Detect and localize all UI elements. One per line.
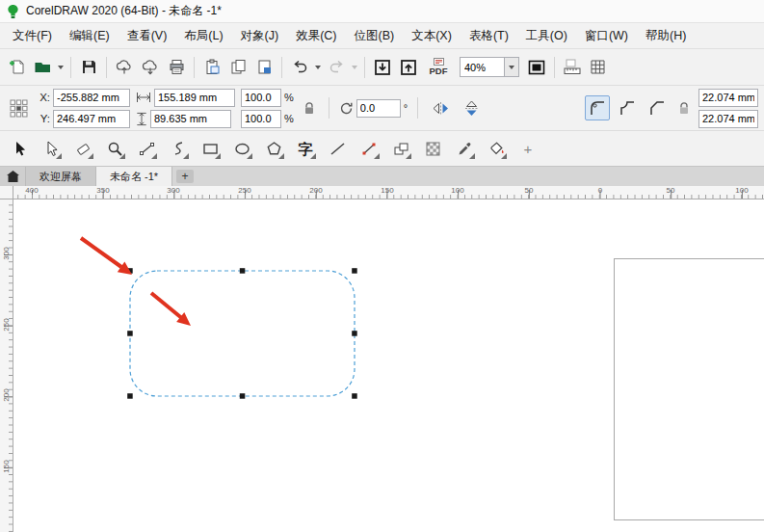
polygon-tool[interactable] [262, 137, 285, 160]
new-tab-button[interactable]: + [176, 170, 194, 183]
menu-effects[interactable]: 效果(C) [287, 24, 345, 48]
object-height-field[interactable] [150, 110, 231, 128]
paste-button[interactable] [199, 55, 224, 80]
drawing-canvas[interactable] [13, 200, 764, 532]
menu-window[interactable]: 窗口(W) [576, 24, 637, 48]
copy-button[interactable] [225, 55, 250, 80]
titlebar: CorelDRAW 2020 (64-Bit) - 未命名 -1* [0, 0, 764, 23]
x-label: X: [37, 92, 50, 103]
corner-radius-bottom-field[interactable] [698, 110, 758, 128]
menu-text[interactable]: 文本(X) [403, 24, 461, 48]
selection-handle[interactable] [240, 393, 246, 399]
undo-icon [292, 59, 308, 75]
open-from-cloud-button[interactable] [138, 55, 163, 80]
zoom-tool[interactable] [103, 137, 126, 160]
ruler-label: 150 [381, 186, 393, 195]
open-document-button[interactable] [30, 55, 55, 80]
zoom-dropdown-button[interactable] [504, 57, 519, 77]
y-position-field[interactable] [53, 110, 130, 128]
show-grid-button[interactable] [586, 55, 611, 80]
vertical-ruler[interactable]: 300 250 200 150 [0, 200, 13, 532]
publish-to-pdf-button[interactable]: PDF [422, 55, 455, 80]
size-fields [136, 89, 235, 128]
tab-welcome-screen[interactable]: 欢迎屏幕 [26, 167, 96, 186]
rotation-icon [339, 101, 354, 116]
selection-handle[interactable] [240, 268, 246, 274]
redo-button[interactable] [324, 55, 349, 80]
eyedropper-tool[interactable] [453, 137, 476, 160]
scale-horizontal-field[interactable] [241, 89, 281, 107]
redo-dropdown-caret-icon[interactable] [352, 66, 357, 69]
selection-handles[interactable] [127, 268, 357, 399]
print-button[interactable] [164, 55, 189, 80]
shape-tool[interactable] [40, 137, 63, 160]
bezier-curve-icon [171, 141, 187, 157]
full-screen-icon [528, 60, 545, 75]
ruler-label: 400 [25, 186, 38, 195]
zoom-level-input[interactable] [460, 57, 504, 77]
rectangle-tool[interactable] [198, 137, 222, 160]
scale-vertical-field[interactable] [241, 110, 281, 128]
eraser-tool[interactable] [71, 137, 94, 160]
degree-label: ° [404, 102, 408, 114]
menu-view[interactable]: 查看(V) [119, 24, 176, 48]
menu-object[interactable]: 对象(J) [232, 24, 288, 48]
freehand-tool[interactable] [135, 137, 158, 160]
export-button[interactable] [396, 55, 421, 80]
undo-dropdown-caret-icon[interactable] [315, 66, 321, 69]
pick-tool[interactable] [8, 137, 31, 160]
edit-corners-together-button[interactable] [674, 95, 694, 120]
lock-ratio-button[interactable] [300, 95, 319, 120]
tab-untitled-document[interactable]: 未命名 -1* [96, 167, 172, 186]
x-position-field[interactable] [53, 89, 130, 107]
rotation-angle-field[interactable] [356, 99, 401, 118]
new-document-button[interactable] [4, 55, 29, 80]
bezier-tool[interactable] [167, 137, 190, 160]
menu-bitmaps[interactable]: 位图(B) [346, 24, 404, 48]
menu-edit[interactable]: 编辑(E) [61, 24, 119, 48]
menu-help[interactable]: 帮助(H) [637, 24, 695, 48]
paste-special-button[interactable] [251, 55, 277, 80]
object-origin-button[interactable] [6, 95, 31, 120]
save-to-cloud-button[interactable] [112, 55, 137, 80]
import-button[interactable] [370, 55, 395, 80]
transparency-tool[interactable] [421, 137, 444, 160]
open-dropdown-caret-icon[interactable] [58, 66, 64, 69]
save-button[interactable] [76, 55, 101, 80]
home-tab[interactable] [0, 167, 26, 186]
flip-vertical-button[interactable] [459, 95, 484, 120]
selected-rounded-rectangle[interactable] [130, 271, 355, 396]
ruler-origin-corner[interactable] [0, 186, 13, 200]
menu-table[interactable]: 表格(T) [461, 24, 517, 48]
scalloped-corner-button[interactable] [615, 95, 640, 120]
selection-handle[interactable] [127, 393, 133, 399]
round-corner-button[interactable] [585, 95, 610, 120]
full-screen-preview-button[interactable] [524, 55, 549, 80]
selection-handle[interactable] [352, 331, 357, 336]
interactive-fill-tool[interactable] [485, 137, 508, 160]
corner-radius-top-field[interactable] [698, 89, 758, 107]
standard-toolbar: PDF [0, 48, 764, 85]
menu-file[interactable]: 文件(F) [4, 24, 61, 48]
chamfered-corner-button[interactable] [645, 95, 670, 120]
toolbar-separator [106, 57, 107, 78]
ruler-label: 50 [667, 186, 675, 195]
connector-tool[interactable] [357, 137, 381, 160]
selection-handle[interactable] [127, 331, 133, 336]
undo-button[interactable] [287, 55, 312, 80]
object-width-field[interactable] [154, 89, 235, 107]
dimension-tool[interactable] [389, 137, 412, 160]
paste-special-icon [256, 59, 273, 75]
customize-toolbox-button[interactable]: + [516, 137, 540, 160]
horizontal-ruler[interactable]: 400 350 300 250 200 150 100 50 0 50 100 [13, 186, 764, 200]
selection-handle[interactable] [352, 393, 357, 399]
selection-handle[interactable] [352, 268, 357, 274]
show-rulers-button[interactable] [560, 55, 585, 80]
menu-layout[interactable]: 布局(L) [175, 24, 231, 48]
chevron-down-icon [509, 66, 514, 69]
line-tool[interactable] [326, 137, 349, 160]
text-tool[interactable]: 字 [294, 137, 317, 160]
ellipse-tool[interactable] [230, 137, 253, 160]
flip-horizontal-button[interactable] [428, 95, 453, 120]
menu-tools[interactable]: 工具(O) [517, 24, 576, 48]
